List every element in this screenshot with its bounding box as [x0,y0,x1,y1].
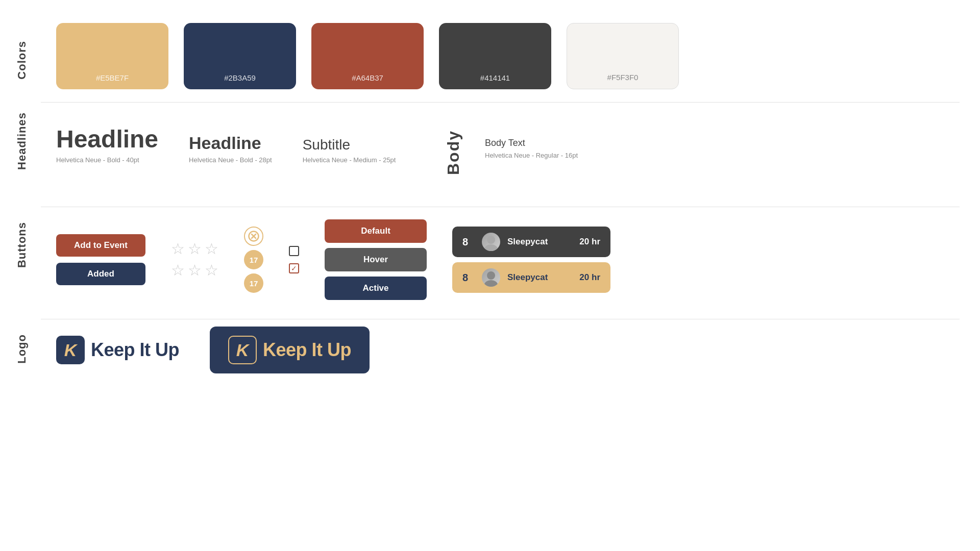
stars-row-2: ☆ ☆ ☆ [171,263,218,278]
star-icon[interactable]: ☆ [171,241,185,257]
h3-desc: Helvetica Neue - Medium - 25pt [303,156,396,164]
list-item-gold[interactable]: 8 Sleepycat 20 hr [452,262,610,293]
list-num: 8 [462,236,475,248]
h1-text: Headline [56,125,158,153]
hover-state-button[interactable]: Hover [325,248,427,271]
swatch-dark: #414141 [439,23,551,89]
svg-point-5 [487,271,495,280]
icon-group: 17 17 [244,227,263,293]
swatch-label: #414141 [480,73,510,82]
headlines-section-label: Headlines [15,112,29,170]
add-to-event-button[interactable]: Add to Event [56,234,145,257]
logo-k-icon-light: K [56,336,85,364]
logo-text-light: Keep It Up [91,339,179,361]
colors-section-label: Colors [15,41,29,80]
star-icon[interactable]: ☆ [188,241,202,257]
active-state-button[interactable]: Active [325,277,427,300]
k-letter-dark: K [236,341,249,359]
list-items-group: 8 Sleepycat 20 hr 8 [452,227,610,293]
logo-k-icon-dark: K [228,336,257,364]
logos-row: K Keep It Up K Keep It Up [56,327,370,373]
circle-x-icon[interactable] [244,227,263,246]
swatch-gold: #E5BE7F [56,23,168,89]
swatch-navy: #2B3A59 [184,23,296,89]
checkbox-checked[interactable]: ✓ [289,263,299,273]
state-buttons-group: Default Hover Active [325,219,427,300]
avatar-dark [482,233,500,251]
logo-text-dark: Keep It Up [263,339,351,361]
list-hrs: 20 hr [579,272,600,283]
swatch-light: #F5F3F0 [567,23,679,89]
checkbox-unchecked[interactable] [289,246,299,256]
list-item-dark[interactable]: 8 Sleepycat 20 hr [452,227,610,257]
swatch-red: #A64B37 [311,23,424,89]
headline-h1: Headline Helvetica Neue - Bold - 40pt [56,125,158,164]
headlines-row: Headline Helvetica Neue - Bold - 40pt He… [56,125,396,164]
h2-desc: Helvetica Neue - Bold - 28pt [189,156,272,164]
cta-buttons-group: Add to Event Added [56,234,145,285]
star-icon[interactable]: ☆ [205,241,218,257]
list-name: Sleepycat [507,237,572,247]
swatch-label: #E5BE7F [96,73,129,82]
stars-row-1: ☆ ☆ ☆ [171,241,218,257]
swatch-label: #A64B37 [352,73,383,82]
default-state-button[interactable]: Default [325,219,427,243]
badge-17-bottom: 17 [244,273,263,293]
h3-text: Subtitle [303,137,396,153]
logo-light: K Keep It Up [56,336,179,364]
stars-group: ☆ ☆ ☆ ☆ ☆ ☆ [171,241,218,278]
headline-h3: Subtitle Helvetica Neue - Medium - 25pt [303,137,396,164]
colors-row: #E5BE7F #2B3A59 #A64B37 #414141 #F5F3F0 [56,23,679,89]
list-num: 8 [462,272,475,284]
buttons-section-label: Buttons [15,222,29,268]
body-rotated-label: Body [444,130,463,175]
checkbox-group: ✓ [289,246,299,273]
added-button[interactable]: Added [56,263,145,285]
h1-desc: Helvetica Neue - Bold - 40pt [56,156,158,164]
badge-17-top: 17 [244,250,263,269]
svg-point-6 [484,280,498,287]
star-icon[interactable]: ☆ [171,263,185,278]
headline-h2: Headline Helvetica Neue - Bold - 28pt [189,133,272,164]
star-icon[interactable]: ☆ [188,263,202,278]
avatar-gold [482,268,500,287]
svg-point-3 [487,236,495,244]
body-desc: Helvetica Neue - Regular - 16pt [485,152,578,159]
buttons-row: Add to Event Added ☆ ☆ ☆ ☆ ☆ ☆ 17 17 ✓ [56,219,610,300]
svg-point-4 [484,244,498,251]
swatch-label: #2B3A59 [224,73,256,82]
logo-dark: K Keep It Up [210,327,370,373]
body-text-item: Body Text Helvetica Neue - Regular - 16p… [485,138,578,159]
swatch-label: #F5F3F0 [607,73,639,82]
h2-text: Headline [189,133,272,153]
k-letter: K [64,341,77,359]
logo-section-label: Logo [15,334,29,364]
star-icon[interactable]: ☆ [205,263,218,278]
body-label: Body Text [485,138,578,148]
list-name: Sleepycat [507,272,572,283]
list-hrs: 20 hr [579,237,600,247]
